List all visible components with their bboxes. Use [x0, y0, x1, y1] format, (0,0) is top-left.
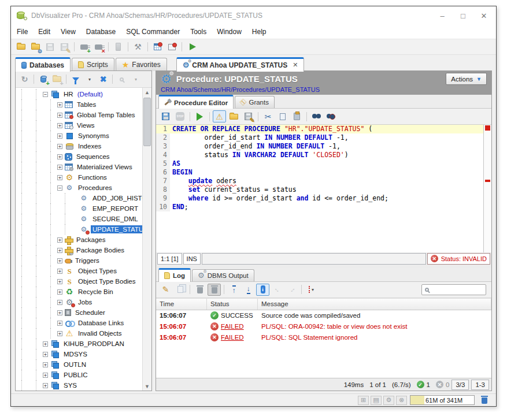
grid-status-icon[interactable]: ⊞: [358, 396, 369, 405]
clear-log-icon[interactable]: [193, 284, 206, 296]
tree-expander-icon[interactable]: +: [57, 258, 62, 263]
add-connection-icon[interactable]: +: [36, 73, 50, 86]
tree-item-add-job-history[interactable]: ⚙ADD_JOB_HISTORY: [16, 193, 142, 203]
code-line-4[interactable]: 4 status IN VARCHAR2 DEFAULT 'CLOSED'): [156, 151, 483, 159]
open-folder-icon[interactable]: [14, 41, 28, 53]
tree-expander-icon[interactable]: +: [57, 144, 62, 149]
tree-item-indexes[interactable]: +Indexes: [16, 141, 142, 151]
error-marker[interactable]: [485, 180, 490, 182]
scroll-thumb[interactable]: [143, 98, 151, 146]
connections-status-icon[interactable]: ▤: [371, 396, 382, 405]
sql-editor[interactable]: 1CREATE OR REPLACE PROCEDURE "HR"."UPDAT…: [156, 125, 491, 252]
minimize-button[interactable]: –: [438, 12, 446, 20]
clear-on-execute-icon[interactable]: [208, 284, 221, 296]
code-line-2[interactable]: 2 order_id_start IN NUMBER DEFAULT -1,: [156, 133, 483, 142]
tab-favorites[interactable]: ★ Favorites: [116, 58, 167, 71]
collapse-all-icon[interactable]: ✖: [97, 73, 110, 86]
tree-expander-icon[interactable]: +: [57, 154, 62, 159]
tab-dbms-output[interactable]: ⚙ DBMS Output: [192, 269, 254, 281]
expand-rows-icon[interactable]: ↔: [271, 284, 284, 296]
menu-file[interactable]: File: [17, 28, 28, 36]
filter-caret-icon[interactable]: ▾: [83, 73, 96, 86]
tree-expander-icon[interactable]: +: [43, 383, 48, 388]
save-file-icon[interactable]: ✎: [242, 110, 255, 122]
tree-item-jobs[interactable]: +⚙Jobs: [16, 297, 142, 307]
log-row[interactable]: 15:06:07✕FAILEDPL/SQL: SQL Statement ign…: [156, 332, 491, 343]
stop-icon[interactable]: STOP: [173, 110, 187, 122]
tree-item-tables[interactable]: +Tables: [16, 99, 142, 110]
code-line-8[interactable]: 8 set current_status = status: [156, 185, 483, 194]
tree-expander-icon[interactable]: +: [43, 352, 48, 357]
menu-view[interactable]: View: [61, 28, 76, 36]
tree-item-sequences[interactable]: +Sequences: [16, 151, 142, 162]
tree-expander-icon[interactable]: +: [57, 321, 62, 326]
close-button[interactable]: ✕: [480, 12, 488, 20]
error-annotation-strip[interactable]: [483, 125, 491, 252]
show-info-icon[interactable]: i: [256, 284, 269, 296]
tree-item-kihub-prodplan[interactable]: +KIHUB_PRODPLAN: [16, 339, 142, 349]
tree-scrollbar[interactable]: ▲ ▼: [142, 88, 151, 391]
tab-close-icon[interactable]: ✕: [293, 61, 298, 69]
tree-expander-icon[interactable]: +: [57, 279, 62, 284]
tree-item-packages[interactable]: +Packages: [16, 235, 142, 245]
tab-grants[interactable]: ⚿ Grants: [235, 96, 275, 108]
tab-scripts[interactable]: Scripts: [72, 58, 114, 71]
tree-item-functions[interactable]: +⚙Functions: [16, 172, 142, 183]
tree-item-database-links[interactable]: +Database Links: [16, 318, 142, 328]
scroll-to-bottom-icon[interactable]: ↓: [242, 284, 255, 296]
disconnect-icon[interactable]: ×: [92, 41, 105, 53]
tree-item-triggers[interactable]: +Triggers: [16, 255, 142, 266]
log-row[interactable]: 15:06:07✕FAILEDPL/SQL: ORA-00942: table …: [156, 321, 491, 332]
save-icon[interactable]: [43, 41, 57, 53]
tree-item-emp-report[interactable]: ⚙EMP_REPORT: [16, 203, 142, 214]
tree-item-public[interactable]: +PUBLIC: [16, 370, 142, 380]
add-folder-icon[interactable]: +: [50, 73, 64, 86]
code-line-10[interactable]: 10END;: [156, 203, 483, 211]
locate-caret-icon[interactable]: ▾: [129, 73, 142, 86]
tree-expander-icon[interactable]: −: [57, 185, 62, 191]
tree-item-secure-dml[interactable]: ⚙SECURE_DML: [16, 214, 142, 224]
paste-icon[interactable]: [290, 110, 304, 122]
tree-item-recycle-bin[interactable]: +♻Recycle Bin: [16, 287, 142, 297]
tree-item-views[interactable]: +Views: [16, 120, 142, 131]
tree-item-outln[interactable]: +OUTLN: [16, 359, 142, 370]
copy-icon[interactable]: [276, 110, 289, 122]
refresh-icon[interactable]: ↻: [18, 73, 31, 86]
menu-help[interactable]: Help: [252, 28, 267, 36]
log-table-header[interactable]: Time Status Message: [156, 299, 491, 310]
connect-icon[interactable]: +: [77, 41, 91, 53]
tree-item-object-types[interactable]: +SObject Types: [16, 266, 142, 276]
menu-edit[interactable]: Edit: [38, 28, 50, 36]
tree-expander-icon[interactable]: +: [57, 133, 62, 139]
code-line-9[interactable]: 9 where id >= order_id_start and id <= o…: [156, 194, 483, 203]
driver-run-icon[interactable]: [185, 41, 198, 53]
actions-button[interactable]: Actions▼: [446, 73, 487, 85]
tree-expander-icon[interactable]: +: [57, 123, 62, 128]
log-search-input[interactable]: [421, 284, 486, 295]
menu-sql-commander[interactable]: SQL Commander: [126, 28, 180, 36]
tree-expander-icon[interactable]: +: [57, 269, 62, 274]
garbage-collect-icon[interactable]: [478, 394, 491, 406]
tree-expander-icon[interactable]: +: [57, 113, 62, 118]
error-marker[interactable]: [485, 125, 490, 131]
tree-item-hr[interactable]: −HR(Default): [16, 89, 142, 99]
tree-item-update-status[interactable]: ⚙UPDATE_STATUS: [16, 224, 142, 235]
collapse-rows-icon[interactable]: ↔: [285, 284, 298, 296]
tree-item-materialized-views[interactable]: +Materialized Views: [16, 162, 142, 172]
folder-settings-icon[interactable]: ⚙: [29, 41, 42, 53]
tree-expander-icon[interactable]: +: [57, 165, 62, 170]
save-procedure-icon[interactable]: [159, 110, 172, 122]
copy-log-icon[interactable]: [173, 284, 187, 296]
tree-item-object-type-bodies[interactable]: +SObject Type Bodies: [16, 276, 142, 287]
code-line-3[interactable]: 3 order_id_end IN NUMBER DEFAULT -1,: [156, 142, 483, 151]
tree-item-invalid-objects[interactable]: +⚠Invalid Objects: [16, 328, 142, 339]
filter-icon[interactable]: [69, 73, 82, 86]
tree-expander-icon[interactable]: +: [57, 310, 62, 315]
scroll-to-top-icon[interactable]: ↑: [227, 284, 240, 296]
code-area[interactable]: 1CREATE OR REPLACE PROCEDURE "HR"."UPDAT…: [156, 125, 483, 252]
tab-procedure-editor[interactable]: Procedure Editor: [158, 95, 234, 109]
tree-expander-icon[interactable]: +: [57, 248, 62, 253]
tree-expander-icon[interactable]: +: [43, 341, 48, 347]
tree-expander-icon[interactable]: +: [57, 237, 62, 243]
tree-item-sys[interactable]: +SYS: [16, 380, 142, 391]
